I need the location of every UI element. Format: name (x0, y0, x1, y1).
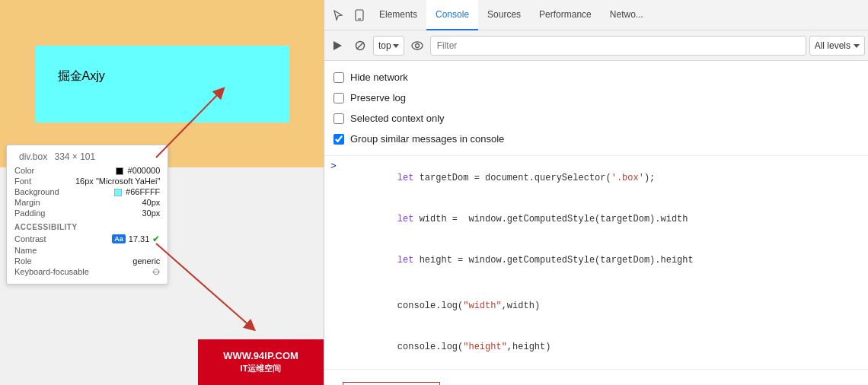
watermark-name: IT运维空间 (241, 363, 282, 374)
role-label: Role (14, 256, 75, 266)
eye-icon[interactable] (407, 36, 427, 56)
watermark-url: WWW.94IP.COM (223, 350, 298, 361)
hide-network-checkbox[interactable] (333, 72, 344, 83)
console-line-code: > let targetDom = document.querySelector… (324, 156, 868, 370)
contrast-value: Aa 17.31 ✔ (112, 234, 160, 244)
bg-value: #66FFFF (114, 187, 160, 196)
filter-input[interactable] (430, 36, 806, 56)
console-output[interactable]: > let targetDom = document.querySelector… (324, 156, 868, 385)
all-levels-chevron (854, 43, 860, 49)
result-box: width 334px height 101px (343, 382, 440, 385)
bg-label: Background (14, 187, 75, 196)
result-area: width 334px height 101px (324, 370, 868, 385)
ban-icon[interactable] (350, 36, 370, 56)
element-title: div.box 334 × 101 (14, 151, 160, 162)
info-row-name: Name (14, 245, 160, 256)
info-row-bg: Background #66FFFF (14, 186, 160, 197)
console-toolbar: top All levels (324, 30, 868, 61)
tab-performance[interactable]: Performance (530, 0, 601, 30)
all-levels-label: All levels (815, 40, 850, 51)
checkboxes-area: Hide network Preserve log Selected conte… (324, 61, 868, 156)
margin-label: Margin (14, 198, 75, 207)
chevron-down-icon (393, 43, 399, 49)
box-text: 掘金Axjy (58, 68, 105, 84)
devtools-panel: Elements Console Sources Performance Net… (324, 0, 868, 385)
watermark: WWW.94IP.COM IT运维空间 (198, 339, 324, 385)
checkbox-selected-context: Selected context only (333, 108, 859, 129)
svg-marker-6 (333, 41, 342, 50)
checkbox-hide-network: Hide network (333, 67, 859, 88)
color-value: #000000 (116, 166, 160, 175)
padding-value: 30px (142, 208, 160, 218)
element-info-panel: div.box 334 × 101 Color #000000 Font 16p… (6, 145, 168, 285)
keyboard-value: ⦵ (152, 267, 160, 277)
svg-marker-12 (854, 44, 860, 48)
hide-network-label[interactable]: Hide network (350, 72, 408, 83)
bg-swatch (114, 189, 122, 196)
page-preview: 掘金Axjy (0, 0, 324, 167)
tab-elements[interactable]: Elements (370, 0, 426, 30)
keyboard-label: Keyboard-focusable (14, 267, 89, 277)
info-row-contrast: Contrast Aa 17.31 ✔ (14, 233, 160, 245)
device-icon[interactable] (349, 5, 370, 26)
padding-label: Padding (14, 208, 75, 218)
margin-value: 40px (142, 198, 160, 207)
preserve-log-label[interactable]: Preserve log (350, 92, 406, 103)
console-code-block: let targetDom = document.querySelector('… (343, 158, 694, 368)
accessibility-header: ACCESSIBILITY (14, 223, 160, 231)
box-element: 掘金Axjy (35, 46, 289, 123)
svg-point-10 (412, 42, 423, 49)
font-value: 16px "Microsoft YaHei" (75, 177, 160, 186)
preserve-log-checkbox[interactable] (333, 93, 344, 103)
info-row-color: Color #000000 (14, 165, 160, 176)
console-prompt: > (330, 158, 337, 174)
tab-network[interactable]: Netwo... (601, 0, 653, 30)
top-label: top (378, 40, 391, 51)
role-value: generic (132, 256, 160, 266)
group-similar-label[interactable]: Group similar messages in console (350, 133, 504, 145)
tab-console[interactable]: Console (426, 0, 478, 30)
checkbox-group-similar: Group similar messages in console (333, 129, 859, 149)
left-panel: 掘金Axjy div.box 334 × 101 Color #000000 F… (0, 0, 324, 385)
tab-sources[interactable]: Sources (478, 0, 530, 30)
selected-context-label[interactable]: Selected context only (350, 113, 445, 124)
group-similar-checkbox[interactable] (333, 134, 344, 145)
cursor-icon[interactable] (327, 5, 349, 26)
info-row-margin: Margin 40px (14, 197, 160, 208)
color-swatch (116, 167, 123, 175)
info-row-font: Font 16px "Microsoft YaHei" (14, 176, 160, 186)
top-selector[interactable]: top (373, 36, 404, 56)
svg-line-8 (357, 42, 364, 49)
checkbox-preserve-log: Preserve log (333, 88, 859, 108)
selected-context-checkbox[interactable] (333, 113, 344, 124)
info-row-keyboard: Keyboard-focusable ⦵ (14, 266, 160, 278)
play-icon[interactable] (327, 36, 347, 56)
font-label: Font (14, 177, 75, 186)
name-label: Name (14, 246, 75, 255)
svg-point-11 (415, 43, 419, 47)
svg-marker-9 (393, 44, 399, 48)
color-label: Color (14, 166, 75, 175)
info-row-role: Role generic (14, 256, 160, 266)
aa-badge: Aa (112, 234, 126, 243)
tabs-bar: Elements Console Sources Performance Net… (324, 0, 868, 30)
info-row-padding: Padding 30px (14, 208, 160, 218)
check-icon: ✔ (152, 234, 160, 244)
contrast-label: Contrast (14, 234, 75, 243)
all-levels-dropdown[interactable]: All levels (809, 36, 865, 56)
svg-line-3 (156, 243, 251, 327)
